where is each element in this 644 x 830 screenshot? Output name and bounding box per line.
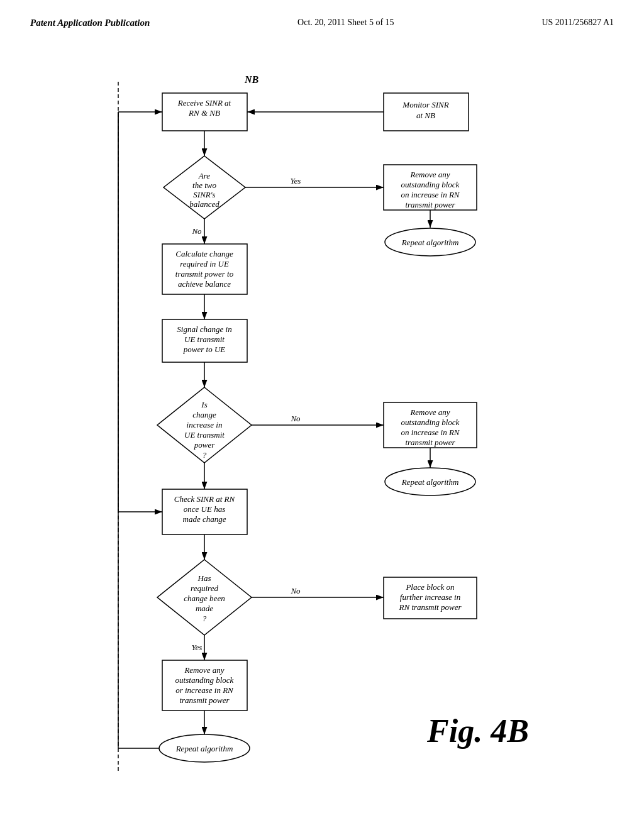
svg-text:on increase in RN: on increase in RN: [401, 428, 460, 437]
svg-text:RN transmit power: RN transmit power: [399, 602, 462, 612]
svg-text:balanced: balanced: [189, 199, 219, 209]
flowchart: text { font-family: 'Times New Roman', T…: [50, 63, 591, 805]
svg-text:at NB: at NB: [416, 111, 435, 120]
svg-text:change been: change been: [184, 594, 225, 603]
svg-text:transmit power: transmit power: [405, 438, 455, 447]
svg-text:achieve balance: achieve balance: [178, 279, 231, 289]
nb-label: NB: [244, 74, 259, 85]
svg-text:Repeat algorithm: Repeat algorithm: [401, 238, 459, 247]
svg-text:made: made: [196, 604, 213, 613]
svg-text:transmit power: transmit power: [179, 695, 230, 705]
svg-text:Yes: Yes: [291, 176, 301, 185]
svg-text:Has: Has: [197, 573, 211, 583]
svg-text:Remove any: Remove any: [184, 665, 224, 675]
svg-text:Receive SINR at: Receive SINR at: [177, 98, 231, 108]
svg-text:required in UE: required in UE: [180, 259, 229, 268]
svg-text:No: No: [290, 586, 301, 595]
svg-text:?: ?: [203, 614, 207, 623]
svg-text:Monitor SINR: Monitor SINR: [402, 100, 448, 109]
svg-text:on increase in RN: on increase in RN: [401, 190, 460, 199]
svg-text:required: required: [191, 584, 218, 593]
header-left: Patent Application Publication: [30, 18, 150, 28]
svg-text:transmit power to: transmit power to: [175, 269, 234, 279]
svg-text:the two: the two: [192, 180, 216, 190]
svg-text:UE transmit: UE transmit: [184, 335, 225, 344]
svg-text:or increase in RN: or increase in RN: [175, 685, 234, 695]
svg-text:Calculate change: Calculate change: [175, 249, 233, 258]
svg-text:power to UE: power to UE: [183, 345, 226, 354]
svg-text:Check SINR at RN: Check SINR at RN: [174, 494, 236, 504]
svg-text:made change: made change: [183, 514, 226, 524]
svg-text:Remove any: Remove any: [409, 170, 450, 179]
svg-text:outstanding block: outstanding block: [175, 675, 234, 685]
header: Patent Application Publication Oct. 20, …: [0, 0, 644, 28]
svg-text:power: power: [194, 440, 215, 450]
svg-text:No: No: [191, 226, 202, 236]
svg-text:UE transmit: UE transmit: [184, 430, 225, 440]
svg-text:Yes: Yes: [192, 643, 203, 652]
svg-text:Is: Is: [201, 400, 207, 409]
fig-label: Fig. 4B: [426, 713, 529, 749]
svg-text:RN & NB: RN & NB: [188, 108, 220, 118]
svg-text:outstanding block: outstanding block: [401, 180, 460, 189]
header-right: US 2011/256827 A1: [541, 18, 614, 28]
svg-text:SINR's: SINR's: [193, 190, 215, 199]
svg-text:No: No: [290, 414, 301, 423]
svg-text:change: change: [192, 410, 216, 419]
svg-text:?: ?: [203, 450, 207, 460]
svg-text:outstanding block: outstanding block: [401, 418, 460, 427]
svg-text:Repeat algorithm: Repeat algorithm: [401, 477, 459, 487]
header-center: Oct. 20, 2011 Sheet 5 of 15: [297, 18, 394, 28]
svg-text:Signal change in: Signal change in: [177, 324, 231, 334]
svg-text:Place block on: Place block on: [405, 582, 454, 592]
svg-text:further increase in: further increase in: [400, 592, 460, 602]
svg-text:once UE has: once UE has: [184, 504, 225, 514]
svg-text:increase in: increase in: [187, 420, 223, 429]
svg-text:Repeat algorithm: Repeat algorithm: [175, 744, 233, 753]
svg-text:Remove any: Remove any: [409, 407, 450, 417]
svg-text:transmit power: transmit power: [405, 200, 455, 209]
svg-text:Are: Are: [198, 171, 211, 180]
